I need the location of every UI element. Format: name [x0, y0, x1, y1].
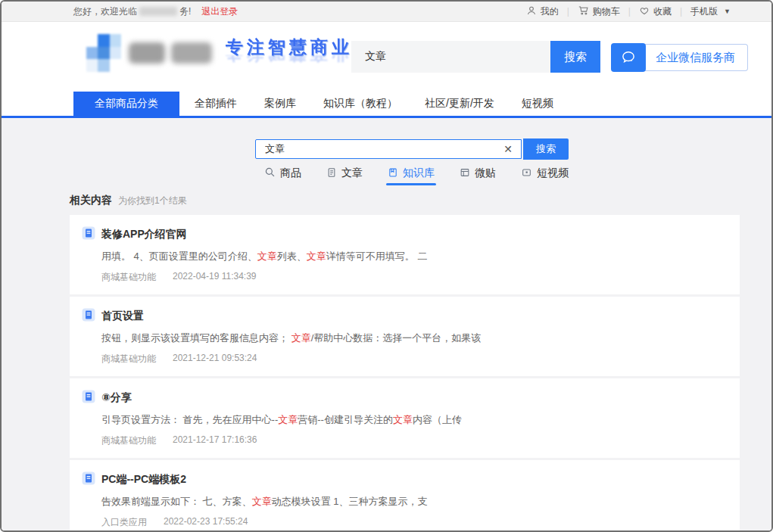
search-tab-weitie[interactable]: 微贴	[460, 166, 496, 185]
header-search-input[interactable]	[351, 41, 550, 73]
result-snippet: 用填。 4、页面设置里的公司介绍、文章列表、文章详情等可不用填写。 二	[101, 250, 725, 263]
page-search-input[interactable]	[263, 143, 501, 156]
result-date: 2022-04-19 11:34:39	[173, 271, 257, 284]
tab-label: 知识库	[403, 166, 435, 180]
greeting-prefix: 您好，欢迎光临	[73, 5, 137, 18]
result-doc-icon	[82, 226, 95, 243]
result-category: 商城基础功能	[101, 353, 156, 366]
highlighted-keyword: 文章	[252, 496, 272, 507]
brand-slogan: 专注智慧商业 专注智慧商业	[226, 36, 353, 70]
top-utility-bar: 您好，欢迎光临 务! 退出登录 我的|购物车|收藏|手机版▼	[2, 2, 771, 22]
highlighted-keyword: 文章	[278, 414, 298, 425]
result-item[interactable]: PC端--PC端模板2告效果前端显示如下： 七、方案、文章动态模块设置 1、三种…	[70, 460, 740, 530]
tab-label: 文章	[341, 166, 363, 180]
video-icon	[521, 167, 532, 180]
person-icon	[526, 5, 537, 18]
separator: |	[567, 6, 569, 17]
result-date: 2021-12-21 09:53:24	[173, 353, 257, 366]
result-doc-icon	[82, 308, 95, 325]
header-search-button[interactable]: 搜索	[550, 41, 600, 73]
tab-label: 短视频	[537, 166, 569, 180]
tab-label: 微贴	[475, 166, 496, 180]
results-count: 为你找到1个结果	[118, 194, 187, 207]
separator: |	[680, 6, 682, 17]
topbar-links: 我的|购物车|收藏|手机版▼	[526, 5, 731, 18]
result-item[interactable]: 装修APP介绍官网用填。 4、页面设置里的公司介绍、文章列表、文章详情等可不用填…	[70, 215, 740, 294]
search-tab-article[interactable]: 文章	[326, 166, 363, 185]
page-search-box: ✕	[255, 139, 522, 159]
heart-icon	[639, 5, 650, 18]
snippet-text: 内容（上传	[413, 414, 462, 425]
highlighted-keyword: 文章	[257, 250, 277, 262]
snippet-text: 用填。 4、页面设置里的公司介绍、	[101, 250, 257, 262]
result-meta: 入口类应用2022-02-23 17:55:24	[101, 516, 725, 529]
nav-item-community[interactable]: 社区/更新/开发	[425, 92, 494, 116]
result-item[interactable]: 首页设置按钮，则显示该设置填写的客服信息内容； 文章/帮助中心数据：选择一个平台…	[70, 297, 740, 376]
result-item[interactable]: ⑧分享引导页设置方法： 首先，先在应用中心--文章营销--创建引导关注的文章内容…	[70, 378, 740, 458]
site-header: 专注智慧商业 专注智慧商业 搜索 企业微信服务商	[2, 22, 771, 92]
topbar-link-cart[interactable]: 购物车	[578, 5, 620, 18]
clear-search-icon[interactable]: ✕	[501, 144, 515, 154]
snippet-text: 告效果前端显示如下： 七、方案、	[101, 496, 252, 507]
highlighted-keyword: 文章	[393, 414, 413, 425]
header-search: 搜索	[351, 41, 600, 73]
doc-icon	[326, 167, 337, 180]
browser-window: 您好，欢迎光临 务! 退出登录 我的|购物车|收藏|手机版▼ 专注智慧商业 专注…	[0, 0, 773, 532]
wechat-service-button[interactable]: 企业微信服务商	[611, 43, 748, 72]
result-meta: 商城基础功能2021-12-17 17:16:36	[101, 434, 725, 447]
result-meta: 商城基础功能2022-04-19 11:34:39	[101, 271, 725, 284]
result-category: 商城基础功能	[101, 271, 156, 284]
site-logo[interactable]: 专注智慧商业 专注智慧商业	[86, 34, 353, 72]
tab-label: 商品	[280, 166, 301, 180]
greeting-text: 您好，欢迎光临 务!	[73, 5, 191, 18]
result-snippet: 按钮，则显示该设置填写的客服信息内容； 文章/帮助中心数据：选择一个平台，如果该	[101, 332, 725, 345]
snippet-text: 动态模块设置 1、三种方案显示，支	[272, 496, 428, 507]
snippet-text: 引导页设置方法： 首先，先在应用中心--	[101, 414, 278, 425]
search-results-page: ✕ 搜索 商品文章知识库微贴短视频 相关内容 为你找到1个结果 装修APP介绍官…	[2, 118, 771, 530]
search-tabs: 商品文章知识库微贴短视频	[264, 166, 569, 185]
result-title[interactable]: 装修APP介绍官网	[101, 228, 187, 241]
result-snippet: 引导页设置方法： 首先，先在应用中心--文章营销--创建引导关注的文章内容（上传	[101, 414, 725, 427]
search-tab-short-video[interactable]: 短视频	[521, 166, 569, 185]
topbar-link-label: 购物车	[593, 5, 620, 18]
result-title[interactable]: 首页设置	[101, 310, 144, 323]
topbar-link-mobile[interactable]: 手机版▼	[690, 5, 731, 18]
snippet-text: 列表、	[277, 250, 307, 262]
result-meta: 商城基础功能2021-12-21 09:53:24	[101, 353, 725, 366]
logout-link[interactable]: 退出登录	[201, 5, 238, 18]
result-title[interactable]: PC端--PC端模板2	[101, 473, 186, 487]
search-icon	[264, 166, 276, 180]
wechat-service-label: 企业微信服务商	[644, 44, 748, 71]
snippet-text: 详情等可不用填写。 二	[326, 250, 428, 262]
nav-item-cases[interactable]: 案例库	[264, 92, 296, 116]
topbar-link-my[interactable]: 我的	[526, 5, 559, 18]
snippet-text: 按钮，则显示该设置填写的客服信息内容；	[101, 332, 291, 344]
result-date: 2022-02-23 17:55:24	[164, 516, 248, 529]
nav-item-knowledge[interactable]: 知识库（教程）	[323, 92, 397, 116]
page-search-button[interactable]: 搜索	[523, 138, 569, 160]
cart-icon	[578, 5, 589, 18]
result-doc-icon	[82, 471, 95, 488]
nav-item-short-video[interactable]: 短视频	[522, 92, 553, 116]
logo-plus-icon	[86, 34, 121, 72]
nav-item-plugins[interactable]: 全部插件	[195, 92, 237, 116]
result-category: 入口类应用	[101, 516, 147, 529]
blurred-username	[139, 7, 177, 16]
search-tab-goods[interactable]: 商品	[264, 166, 301, 185]
results-list: 装修APP介绍官网用填。 4、页面设置里的公司介绍、文章列表、文章详情等可不用填…	[70, 215, 740, 530]
topbar-link-label: 收藏	[653, 5, 672, 18]
page-search: ✕ 搜索	[255, 138, 569, 160]
search-tab-knowledge[interactable]: 知识库	[388, 166, 435, 185]
caret-down-icon: ▼	[724, 8, 731, 15]
main-nav: 全部商品分类全部插件案例库知识库（教程）社区/更新/开发短视频	[2, 92, 771, 116]
brand-slogan-reflection: 专注智慧商业	[226, 55, 353, 65]
snippet-text: /帮助中心数据：选择一个平台，如果该	[311, 332, 482, 344]
result-snippet: 告效果前端显示如下： 七、方案、文章动态模块设置 1、三种方案显示，支	[101, 496, 725, 509]
topbar-link-label: 手机版	[690, 5, 718, 18]
nav-item-all-categories[interactable]: 全部商品分类	[73, 92, 179, 116]
results-header: 相关内容 为你找到1个结果	[70, 194, 187, 207]
result-doc-icon	[82, 390, 95, 406]
result-title[interactable]: ⑧分享	[101, 391, 132, 405]
topbar-link-favorites[interactable]: 收藏	[639, 5, 672, 18]
result-category: 商城基础功能	[101, 434, 156, 447]
